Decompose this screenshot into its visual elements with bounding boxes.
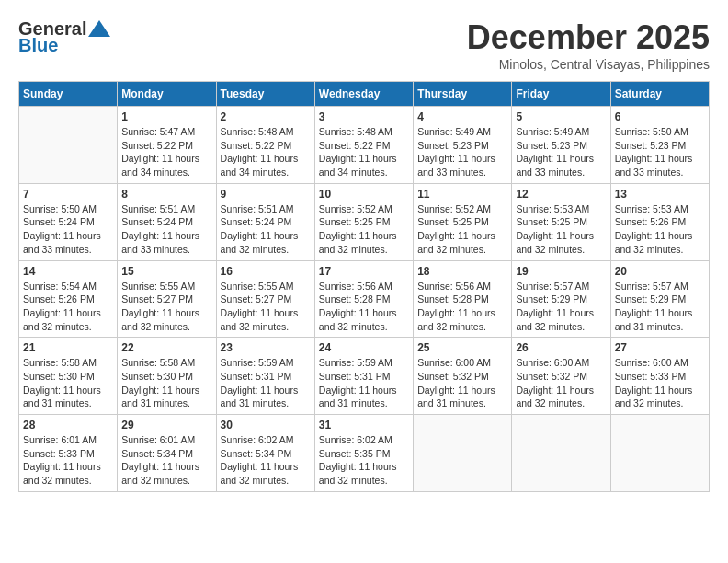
weekday-header-tuesday: Tuesday bbox=[216, 82, 314, 107]
day-info: Sunrise: 5:53 AM Sunset: 5:26 PM Dayligh… bbox=[615, 202, 705, 257]
day-number: 19 bbox=[516, 265, 606, 278]
calendar-cell: 12Sunrise: 5:53 AM Sunset: 5:25 PM Dayli… bbox=[512, 183, 610, 260]
day-info: Sunrise: 5:56 AM Sunset: 5:28 PM Dayligh… bbox=[319, 280, 409, 334]
day-number: 15 bbox=[121, 265, 211, 278]
weekday-header-monday: Monday bbox=[118, 82, 216, 107]
weekday-header-wednesday: Wednesday bbox=[314, 82, 413, 107]
calendar-cell: 7Sunrise: 5:50 AM Sunset: 5:24 PM Daylig… bbox=[19, 183, 118, 260]
calendar-cell: 29Sunrise: 6:01 AM Sunset: 5:34 PM Dayli… bbox=[118, 415, 216, 492]
day-number: 23 bbox=[221, 341, 311, 354]
day-number: 9 bbox=[221, 188, 311, 201]
calendar-week-3: 21Sunrise: 5:58 AM Sunset: 5:30 PM Dayli… bbox=[19, 338, 710, 415]
calendar-week-4: 28Sunrise: 6:01 AM Sunset: 5:33 PM Dayli… bbox=[19, 415, 710, 492]
calendar-cell: 2Sunrise: 5:48 AM Sunset: 5:22 PM Daylig… bbox=[216, 107, 314, 184]
day-info: Sunrise: 6:01 AM Sunset: 5:34 PM Dayligh… bbox=[121, 433, 211, 488]
day-number: 27 bbox=[615, 341, 705, 354]
day-info: Sunrise: 6:00 AM Sunset: 5:32 PM Dayligh… bbox=[516, 356, 606, 410]
weekday-header-friday: Friday bbox=[512, 82, 610, 107]
day-info: Sunrise: 6:01 AM Sunset: 5:33 PM Dayligh… bbox=[23, 433, 113, 488]
day-info: Sunrise: 5:48 AM Sunset: 5:22 PM Dayligh… bbox=[319, 125, 409, 179]
day-info: Sunrise: 5:59 AM Sunset: 5:31 PM Dayligh… bbox=[221, 356, 311, 410]
calendar-cell: 15Sunrise: 5:55 AM Sunset: 5:27 PM Dayli… bbox=[118, 260, 216, 338]
calendar-cell: 25Sunrise: 6:00 AM Sunset: 5:32 PM Dayli… bbox=[414, 338, 512, 415]
calendar-week-2: 14Sunrise: 5:54 AM Sunset: 5:26 PM Dayli… bbox=[19, 260, 710, 338]
day-number: 31 bbox=[319, 419, 409, 431]
day-info: Sunrise: 5:51 AM Sunset: 5:24 PM Dayligh… bbox=[121, 202, 211, 257]
day-number: 17 bbox=[319, 265, 409, 278]
day-number: 25 bbox=[417, 341, 507, 354]
day-info: Sunrise: 5:52 AM Sunset: 5:25 PM Dayligh… bbox=[319, 202, 409, 257]
calendar-week-0: 1Sunrise: 5:47 AM Sunset: 5:22 PM Daylig… bbox=[19, 107, 710, 184]
day-info: Sunrise: 6:00 AM Sunset: 5:32 PM Dayligh… bbox=[417, 356, 507, 410]
day-info: Sunrise: 5:50 AM Sunset: 5:23 PM Dayligh… bbox=[615, 125, 705, 179]
day-info: Sunrise: 5:55 AM Sunset: 5:27 PM Dayligh… bbox=[121, 280, 211, 334]
calendar-cell: 5Sunrise: 5:49 AM Sunset: 5:23 PM Daylig… bbox=[512, 107, 610, 184]
day-number: 21 bbox=[23, 341, 113, 354]
day-info: Sunrise: 6:02 AM Sunset: 5:35 PM Dayligh… bbox=[319, 433, 409, 488]
day-info: Sunrise: 5:50 AM Sunset: 5:24 PM Dayligh… bbox=[23, 202, 113, 257]
calendar-cell: 30Sunrise: 6:02 AM Sunset: 5:34 PM Dayli… bbox=[216, 415, 314, 492]
day-info: Sunrise: 5:55 AM Sunset: 5:27 PM Dayligh… bbox=[221, 280, 311, 334]
calendar-cell: 31Sunrise: 6:02 AM Sunset: 5:35 PM Dayli… bbox=[314, 415, 413, 492]
day-info: Sunrise: 6:02 AM Sunset: 5:34 PM Dayligh… bbox=[221, 433, 311, 488]
day-number: 12 bbox=[516, 188, 606, 201]
title-area: December 2025 Minolos, Central Visayas, … bbox=[467, 18, 710, 72]
day-number: 1 bbox=[121, 110, 211, 123]
day-info: Sunrise: 5:54 AM Sunset: 5:26 PM Dayligh… bbox=[23, 280, 113, 334]
day-info: Sunrise: 5:59 AM Sunset: 5:31 PM Dayligh… bbox=[319, 356, 409, 410]
day-number: 30 bbox=[221, 419, 311, 431]
calendar-cell: 21Sunrise: 5:58 AM Sunset: 5:30 PM Dayli… bbox=[19, 338, 118, 415]
calendar-cell bbox=[610, 415, 709, 492]
day-info: Sunrise: 5:49 AM Sunset: 5:23 PM Dayligh… bbox=[417, 125, 507, 179]
calendar-cell: 24Sunrise: 5:59 AM Sunset: 5:31 PM Dayli… bbox=[314, 338, 413, 415]
day-number: 24 bbox=[319, 341, 409, 354]
day-info: Sunrise: 5:57 AM Sunset: 5:29 PM Dayligh… bbox=[615, 280, 705, 334]
day-info: Sunrise: 5:58 AM Sunset: 5:30 PM Dayligh… bbox=[121, 356, 211, 410]
calendar-cell: 28Sunrise: 6:01 AM Sunset: 5:33 PM Dayli… bbox=[19, 415, 118, 492]
day-info: Sunrise: 5:51 AM Sunset: 5:24 PM Dayligh… bbox=[221, 202, 311, 257]
day-info: Sunrise: 5:53 AM Sunset: 5:25 PM Dayligh… bbox=[516, 202, 606, 257]
calendar-cell bbox=[414, 415, 512, 492]
calendar-cell: 14Sunrise: 5:54 AM Sunset: 5:26 PM Dayli… bbox=[19, 260, 118, 338]
weekday-header-saturday: Saturday bbox=[610, 82, 709, 107]
month-title: December 2025 bbox=[467, 18, 710, 57]
calendar-cell: 18Sunrise: 5:56 AM Sunset: 5:28 PM Dayli… bbox=[414, 260, 512, 338]
day-number: 13 bbox=[615, 188, 705, 201]
day-number: 11 bbox=[417, 188, 507, 201]
page-header: General Blue December 2025 Minolos, Cent… bbox=[18, 18, 710, 72]
calendar-cell bbox=[19, 107, 118, 184]
day-number: 28 bbox=[23, 419, 113, 431]
day-number: 26 bbox=[516, 341, 606, 354]
weekday-header-thursday: Thursday bbox=[414, 82, 512, 107]
calendar-cell: 4Sunrise: 5:49 AM Sunset: 5:23 PM Daylig… bbox=[414, 107, 512, 184]
calendar-cell: 17Sunrise: 5:56 AM Sunset: 5:28 PM Dayli… bbox=[314, 260, 413, 338]
calendar-week-1: 7Sunrise: 5:50 AM Sunset: 5:24 PM Daylig… bbox=[19, 183, 710, 260]
calendar-cell: 26Sunrise: 6:00 AM Sunset: 5:32 PM Dayli… bbox=[512, 338, 610, 415]
day-info: Sunrise: 5:57 AM Sunset: 5:29 PM Dayligh… bbox=[516, 280, 606, 334]
day-number: 16 bbox=[221, 265, 311, 278]
weekday-header-sunday: Sunday bbox=[19, 82, 118, 107]
day-number: 29 bbox=[121, 419, 211, 431]
calendar-cell: 22Sunrise: 5:58 AM Sunset: 5:30 PM Dayli… bbox=[118, 338, 216, 415]
calendar-cell bbox=[512, 415, 610, 492]
day-number: 8 bbox=[121, 188, 211, 201]
day-number: 4 bbox=[417, 110, 507, 123]
day-number: 20 bbox=[615, 265, 705, 278]
calendar-cell: 23Sunrise: 5:59 AM Sunset: 5:31 PM Dayli… bbox=[216, 338, 314, 415]
day-info: Sunrise: 5:49 AM Sunset: 5:23 PM Dayligh… bbox=[516, 125, 606, 179]
day-number: 2 bbox=[221, 110, 311, 123]
day-number: 18 bbox=[417, 265, 507, 278]
day-info: Sunrise: 5:58 AM Sunset: 5:30 PM Dayligh… bbox=[23, 356, 113, 410]
calendar-cell: 9Sunrise: 5:51 AM Sunset: 5:24 PM Daylig… bbox=[216, 183, 314, 260]
day-number: 5 bbox=[516, 110, 606, 123]
day-info: Sunrise: 5:52 AM Sunset: 5:25 PM Dayligh… bbox=[417, 202, 507, 257]
calendar-header-row: SundayMondayTuesdayWednesdayThursdayFrid… bbox=[19, 82, 710, 107]
day-number: 3 bbox=[319, 110, 409, 123]
calendar-cell: 19Sunrise: 5:57 AM Sunset: 5:29 PM Dayli… bbox=[512, 260, 610, 338]
day-number: 14 bbox=[23, 265, 113, 278]
calendar-cell: 11Sunrise: 5:52 AM Sunset: 5:25 PM Dayli… bbox=[414, 183, 512, 260]
calendar-cell: 10Sunrise: 5:52 AM Sunset: 5:25 PM Dayli… bbox=[314, 183, 413, 260]
calendar-cell: 3Sunrise: 5:48 AM Sunset: 5:22 PM Daylig… bbox=[314, 107, 413, 184]
day-number: 22 bbox=[121, 341, 211, 354]
day-info: Sunrise: 6:00 AM Sunset: 5:33 PM Dayligh… bbox=[615, 356, 705, 410]
